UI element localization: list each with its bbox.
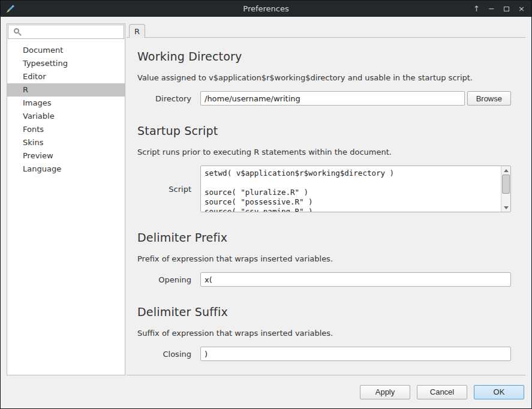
search-icon — [14, 28, 19, 34]
scrollbar-thumb[interactable] — [502, 175, 510, 194]
search-input[interactable] — [8, 25, 124, 38]
sidebar-item-typesetting[interactable]: Typesetting — [7, 57, 125, 70]
section-delimiter-suffix: Delimiter Suffix Suffix of expression th… — [137, 305, 511, 361]
scroll-down-button[interactable] — [501, 203, 510, 212]
script-textarea[interactable]: setwd( v$application$r$working$directory… — [201, 166, 501, 212]
scroll-up-button[interactable] — [501, 166, 510, 175]
sidebar-item-r[interactable]: R — [7, 83, 125, 97]
sidebar-item-document[interactable]: Document — [7, 44, 125, 57]
opening-input[interactable] — [200, 272, 511, 287]
script-field-group: setwd( v$application$r$working$directory… — [200, 166, 511, 212]
close-icon: × — [518, 4, 525, 13]
sidebar-item-skins[interactable]: Skins — [7, 136, 125, 149]
sidebar: Document Typesetting Editor R Images Var… — [7, 23, 125, 375]
sidebar-item-editor[interactable]: Editor — [7, 70, 125, 83]
sidebar-item-fonts[interactable]: Fonts — [7, 123, 125, 136]
browse-button[interactable]: Browse — [467, 91, 511, 106]
settings-pane: Working Directory Value assigned to v$ap… — [127, 37, 525, 375]
section-description: Value assigned to v$application$r$workin… — [137, 73, 511, 82]
section-description: Suffix of expression that wraps inserted… — [137, 329, 511, 338]
section-description: Prefix of expression that wraps inserted… — [137, 254, 511, 263]
app-icon — [5, 4, 16, 14]
sidebar-item-images[interactable]: Images — [7, 97, 125, 110]
close-button[interactable]: × — [514, 2, 529, 16]
closing-input[interactable] — [200, 347, 511, 361]
content-panel: R Working Directory Value assigned to v$… — [127, 23, 525, 375]
directory-field-group: Browse — [200, 91, 511, 106]
cancel-button[interactable]: Cancel — [417, 385, 467, 399]
script-editor: setwd( v$application$r$working$directory… — [200, 166, 511, 212]
script-row: Script setwd( v$application$r$working$di… — [137, 166, 511, 212]
section-working-directory: Working Directory Value assigned to v$ap… — [137, 50, 511, 106]
section-title: Startup Script — [137, 124, 511, 137]
main-area: Document Typesetting Editor R Images Var… — [1, 17, 531, 375]
tab-r[interactable]: R — [129, 24, 145, 38]
maximize-icon — [504, 7, 509, 11]
minimize-icon: − — [488, 4, 495, 13]
scroll-down-icon — [504, 206, 509, 209]
scrollbar-track[interactable] — [501, 175, 510, 203]
opening-label: Opening — [137, 275, 191, 284]
directory-row: Directory Browse — [137, 91, 511, 106]
sidebar-item-preview[interactable]: Preview — [7, 149, 125, 163]
script-label: Script — [137, 185, 191, 194]
directory-input[interactable] — [200, 91, 465, 106]
section-description: Script runs prior to executing R stateme… — [137, 148, 511, 157]
section-delimiter-prefix: Delimiter Prefix Prefix of expression th… — [137, 231, 511, 287]
closing-row: Closing — [137, 347, 511, 361]
section-title: Delimiter Suffix — [137, 305, 511, 318]
maximize-button[interactable] — [499, 2, 514, 16]
section-title: Working Directory — [137, 50, 511, 63]
closing-field-group — [200, 347, 511, 361]
ok-button[interactable]: OK — [474, 385, 524, 399]
sidebar-item-variable[interactable]: Variable — [7, 110, 125, 123]
minimize-button[interactable]: − — [484, 2, 499, 16]
tab-bar: R — [127, 23, 525, 37]
window-title: Preferences — [1, 4, 531, 13]
directory-label: Directory — [137, 94, 191, 103]
search-box — [8, 25, 124, 39]
shade-button[interactable]: ↑ — [469, 2, 484, 16]
scroll-up-icon — [504, 169, 509, 172]
opening-field-group — [200, 272, 511, 287]
opening-row: Opening — [137, 272, 511, 287]
category-list: Document Typesetting Editor R Images Var… — [7, 40, 125, 180]
dialog-footer: Apply Cancel OK — [1, 375, 531, 408]
section-startup-script: Startup Script Script runs prior to exec… — [137, 124, 511, 212]
script-scrollbar[interactable] — [501, 166, 510, 212]
section-title: Delimiter Prefix — [137, 231, 511, 244]
closing-label: Closing — [137, 350, 191, 359]
sidebar-item-language[interactable]: Language — [7, 163, 125, 176]
shade-icon: ↑ — [473, 4, 480, 13]
window-controls: ↑ − × — [469, 2, 529, 16]
apply-button[interactable]: Apply — [360, 385, 410, 399]
preferences-window: Preferences ↑ − × Document Typesetting E… — [0, 0, 532, 409]
titlebar: Preferences ↑ − × — [1, 1, 531, 17]
